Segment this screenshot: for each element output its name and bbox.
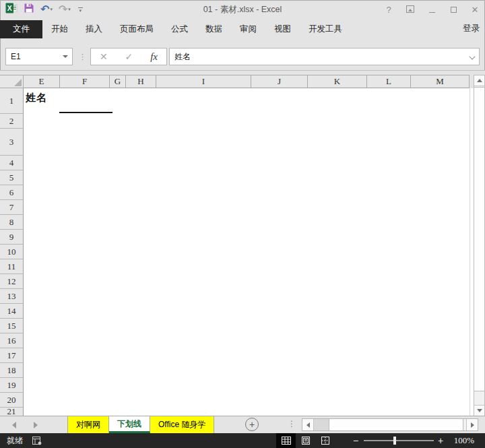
row-header-4[interactable]: 4 <box>0 156 24 170</box>
row-header-20[interactable]: 20 <box>0 393 24 408</box>
ribbon-display-options-button[interactable] <box>404 5 416 15</box>
horizontal-scrollbar-track[interactable] <box>314 419 329 430</box>
ribbon-display-options-icon <box>406 5 414 13</box>
macro-record-icon[interactable] <box>32 436 42 448</box>
row-header-19[interactable]: 19 <box>0 378 24 393</box>
column-header-G[interactable]: G <box>110 75 126 88</box>
ribbon-tab[interactable]: 视图 <box>265 20 300 38</box>
redo-button[interactable]: ↷ ▾ <box>59 4 71 15</box>
horizontal-scrollbar[interactable] <box>302 418 478 431</box>
ribbon-tab[interactable]: 页面布局 <box>111 20 162 38</box>
sheet-tab[interactable]: Office 随身学 <box>150 416 214 433</box>
row-header-3[interactable]: 3 <box>0 129 24 156</box>
previous-sheet-icon[interactable] <box>12 422 16 428</box>
zoom-slider[interactable] <box>364 440 434 441</box>
normal-view-button[interactable] <box>276 433 296 448</box>
close-button[interactable]: ✕ <box>469 5 481 15</box>
name-box[interactable]: E1 <box>5 48 73 65</box>
undo-dropdown-icon[interactable]: ▾ <box>50 7 53 12</box>
row-header-7[interactable]: 7 <box>0 200 24 215</box>
save-icon[interactable] <box>24 3 34 16</box>
excel-logo-icon[interactable]: X <box>5 2 18 17</box>
scroll-left-button[interactable] <box>302 419 314 430</box>
ribbon-tab[interactable]: 公式 <box>162 20 197 38</box>
row-header-2[interactable]: 2 <box>0 114 24 129</box>
minimize-button[interactable] <box>426 5 438 15</box>
select-all-button[interactable] <box>0 75 24 88</box>
vertical-scrollbar-thumb[interactable] <box>474 87 484 391</box>
new-sheet-button[interactable]: + <box>245 418 259 431</box>
row-header-11[interactable]: 11 <box>0 259 24 274</box>
scroll-up-button[interactable] <box>474 75 484 86</box>
row-header-15[interactable]: 15 <box>0 319 24 333</box>
row-header-16[interactable]: 16 <box>0 333 24 348</box>
name-box-dropdown-icon[interactable] <box>63 55 68 58</box>
insert-function-icon[interactable]: fx <box>150 51 158 63</box>
column-header-K[interactable]: K <box>308 75 367 88</box>
arrow-up-icon <box>477 79 482 82</box>
column-header-L[interactable]: L <box>367 75 411 88</box>
arrow-left-icon <box>306 422 310 428</box>
horizontal-scrollbar-thumb[interactable] <box>329 419 463 430</box>
row-header-13[interactable]: 13 <box>0 289 24 304</box>
sheet-tab[interactable]: 下划线 <box>109 416 150 433</box>
row-header-18[interactable]: 18 <box>0 363 24 378</box>
row-header-5[interactable]: 5 <box>0 170 24 185</box>
sheet-tab[interactable]: 对啊网 <box>68 416 109 433</box>
ribbon-tab[interactable]: 审阅 <box>231 20 265 38</box>
row-header-6[interactable]: 6 <box>0 185 24 200</box>
name-box-value: E1 <box>11 52 21 61</box>
cell-grid[interactable]: 姓名 <box>24 88 474 416</box>
normal-view-icon <box>282 437 291 445</box>
formula-input[interactable]: 姓名 <box>169 48 480 65</box>
worksheet-area: EFGHIJKLM 123456789101112131415161718192… <box>0 70 485 416</box>
tab-bar-splitter[interactable]: ⋮ <box>288 419 296 428</box>
column-header-J[interactable]: J <box>251 75 308 88</box>
ribbon-tabs: 开始插入页面布局公式数据审阅视图开发工具 <box>42 19 351 38</box>
ribbon-tab[interactable]: 数据 <box>197 20 231 38</box>
window-controls: ? ✕ <box>383 0 481 19</box>
next-sheet-icon[interactable] <box>34 422 38 428</box>
row-header-14[interactable]: 14 <box>0 304 24 319</box>
vertical-scrollbar[interactable] <box>474 75 485 416</box>
cell-E1[interactable]: 姓名 <box>26 92 47 104</box>
enter-icon[interactable]: ✓ <box>125 51 133 62</box>
page-layout-view-button[interactable] <box>296 433 315 448</box>
column-header-H[interactable]: H <box>126 75 156 88</box>
zoom-in-button[interactable]: + <box>438 433 443 448</box>
maximize-button[interactable] <box>447 5 459 15</box>
column-header-I[interactable]: I <box>156 75 251 88</box>
ribbon-tab[interactable]: 插入 <box>77 20 111 38</box>
scroll-right-button[interactable] <box>466 419 478 430</box>
cancel-icon[interactable]: ✕ <box>100 51 108 62</box>
zoom-out-button[interactable]: − <box>353 433 358 448</box>
row-header-12[interactable]: 12 <box>0 274 24 289</box>
zoom-level[interactable]: 100% <box>454 433 474 448</box>
zoom-slider-thumb[interactable] <box>393 437 396 445</box>
sheet-tab-bar: 对啊网下划线Office 随身学 + ⋮ <box>0 416 485 433</box>
expand-formula-bar-icon[interactable] <box>470 54 476 60</box>
help-button[interactable]: ? <box>383 5 395 15</box>
quick-access-toolbar: X ↶ ▾ ↷ ▾ ▾ <box>5 2 83 17</box>
page-break-preview-button[interactable] <box>315 433 335 448</box>
redo-dropdown-icon[interactable]: ▾ <box>68 7 71 12</box>
undo-button[interactable]: ↶ ▾ <box>40 4 53 15</box>
column-header-E[interactable]: E <box>24 75 60 88</box>
formula-bar-splitter[interactable]: ⋮ <box>79 48 86 65</box>
ribbon-tab-file[interactable]: 文件 <box>0 20 42 38</box>
row-header-9[interactable]: 9 <box>0 230 24 245</box>
row-header-8[interactable]: 8 <box>0 215 24 230</box>
row-header-1[interactable]: 1 <box>0 88 24 114</box>
ribbon-tab[interactable]: 开发工具 <box>300 20 351 38</box>
scroll-down-button[interactable] <box>474 405 484 416</box>
page-layout-view-icon <box>301 437 311 445</box>
cell-F1-underline[interactable] <box>59 112 112 113</box>
customize-qat-button[interactable]: ▾ <box>78 7 83 12</box>
column-header-F[interactable]: F <box>60 75 110 88</box>
ribbon-tab[interactable]: 开始 <box>42 20 77 38</box>
row-header-17[interactable]: 17 <box>0 348 24 363</box>
column-header-M[interactable]: M <box>411 75 470 88</box>
sign-in-link[interactable]: 登录 <box>463 19 480 38</box>
row-header-10[interactable]: 10 <box>0 245 24 259</box>
page-break-preview-icon <box>321 437 330 445</box>
